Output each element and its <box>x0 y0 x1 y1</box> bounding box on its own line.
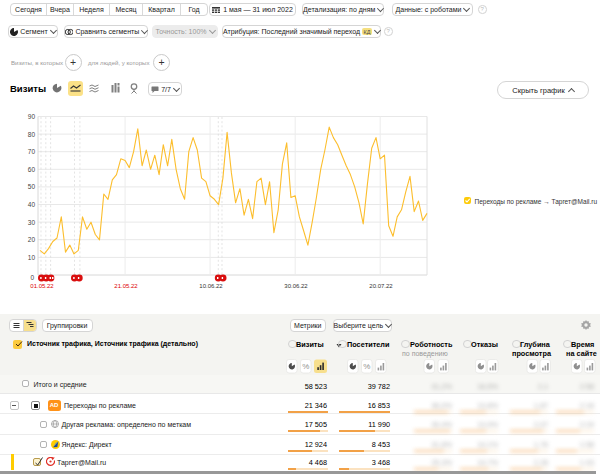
svg-text:10: 10 <box>28 254 36 261</box>
svg-text:90: 90 <box>28 113 36 120</box>
svg-text:30.06.22: 30.06.22 <box>284 283 308 289</box>
svg-text:%: % <box>302 362 309 371</box>
svg-text:30: 30 <box>28 219 36 226</box>
svg-text:%: % <box>363 362 370 371</box>
svg-text:20.07.22: 20.07.22 <box>369 283 393 289</box>
svg-text:50: 50 <box>28 183 36 190</box>
svg-text:21.05.22: 21.05.22 <box>114 283 138 289</box>
svg-text:70: 70 <box>28 148 36 155</box>
svg-text:10.06.22: 10.06.22 <box>199 283 223 289</box>
svg-text:0: 0 <box>30 274 34 281</box>
svg-text:01.05.22: 01.05.22 <box>30 283 54 289</box>
svg-text:60: 60 <box>28 166 36 173</box>
svg-text:Переходы по рекламе → Таргет@M: Переходы по рекламе → Таргет@Mail.ru <box>475 198 598 206</box>
svg-text:20: 20 <box>28 236 36 243</box>
svg-text:80: 80 <box>28 131 36 138</box>
svg-text:40: 40 <box>28 201 36 208</box>
